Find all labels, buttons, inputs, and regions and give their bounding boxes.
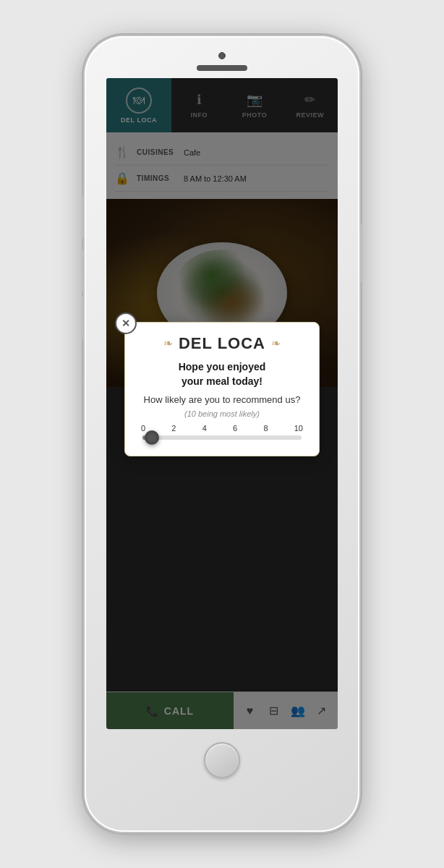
slider-container: 0 2 4 6 8 10 [140,424,304,440]
slider-label-6: 6 [233,424,237,433]
slider-label-8: 8 [263,424,268,433]
slider-label-2: 2 [171,424,176,433]
modal-question: How likely are you to recommend us? [140,394,304,405]
modal-restaurant-name: DEL LOCA [179,336,265,352]
modal-decorators: ❧ DEL LOCA ❧ [140,336,304,352]
phone-top [85,36,359,71]
modal-overlay: ✕ ❧ DEL LOCA ❧ Hope you enjoyedyour meal… [106,78,338,729]
home-button[interactable] [204,742,240,778]
slider-label-10: 10 [294,424,303,433]
camera-dot [218,52,226,59]
slider-label-4: 4 [202,424,207,433]
rating-modal: ✕ ❧ DEL LOCA ❧ Hope you enjoyedyour meal… [124,322,320,456]
decorator-left: ❧ [163,336,173,350]
phone-frame: 🍽 DEL LOCA ℹ INFO 📷 PHOTO ✏ REVIEW [85,36,359,832]
slider-track[interactable] [142,435,302,440]
phone-screen: 🍽 DEL LOCA ℹ INFO 📷 PHOTO ✏ REVIEW [106,78,338,729]
decorator-right: ❧ [271,336,281,350]
slider-thumb[interactable] [145,430,159,445]
slider-labels: 0 2 4 6 8 10 [140,424,304,433]
modal-close-button[interactable]: ✕ [115,312,137,334]
modal-headline: Hope you enjoyedyour meal today! [140,360,304,388]
modal-hint: (10 being most likely) [140,409,304,418]
speaker-grille [197,65,247,71]
slider-label-0: 0 [141,424,145,433]
